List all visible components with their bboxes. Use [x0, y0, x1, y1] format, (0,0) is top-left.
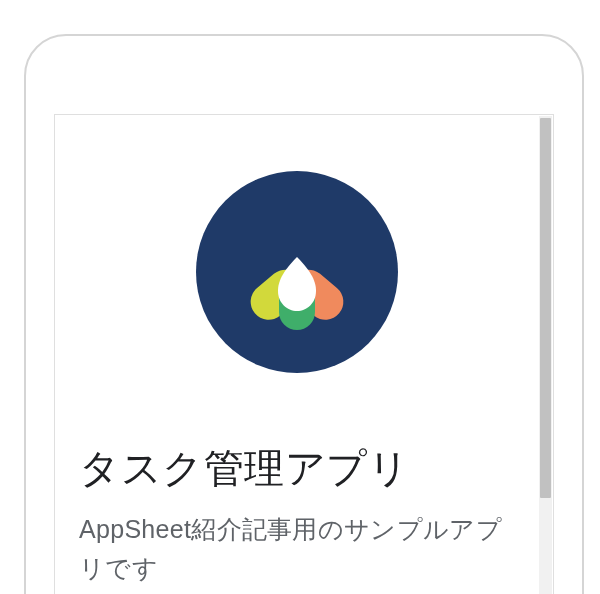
device-frame: タスク管理アプリ AppSheet紹介記事用のサンプルアプリです: [24, 34, 584, 594]
app-description: AppSheet紹介記事用のサンプルアプリです: [79, 510, 515, 588]
logo-container: [79, 171, 515, 373]
app-logo-icon: [196, 171, 398, 373]
app-title: タスク管理アプリ: [79, 441, 515, 496]
scrollbar-track[interactable]: [539, 116, 552, 594]
scrollbar-thumb[interactable]: [540, 118, 551, 498]
app-screen: タスク管理アプリ AppSheet紹介記事用のサンプルアプリです: [54, 114, 554, 594]
content-area: タスク管理アプリ AppSheet紹介記事用のサンプルアプリです: [55, 115, 539, 594]
